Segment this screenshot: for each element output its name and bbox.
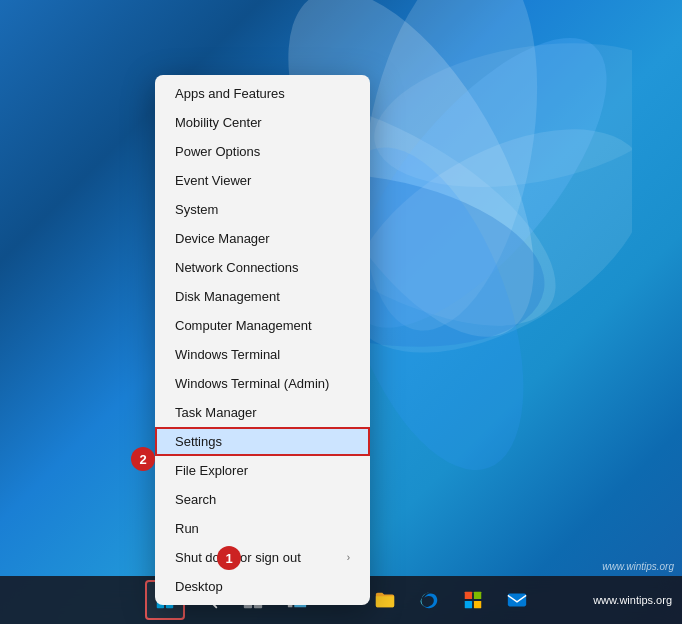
menu-item-power-options[interactable]: Power Options	[155, 137, 370, 166]
svg-point-7	[363, 22, 632, 209]
menu-item-label-computer-management: Computer Management	[175, 318, 312, 333]
watermark-text: www.wintips.org	[593, 594, 672, 606]
context-menu: Apps and FeaturesMobility CenterPower Op…	[155, 75, 370, 605]
badge-1: 1	[217, 546, 241, 570]
menu-item-shut-down[interactable]: Shut down or sign out›	[155, 543, 370, 572]
menu-item-label-disk-management: Disk Management	[175, 289, 280, 304]
menu-item-computer-management[interactable]: Computer Management	[155, 311, 370, 340]
menu-item-label-search: Search	[175, 492, 216, 507]
watermark: www.wintips.org	[602, 561, 674, 572]
edge-button[interactable]	[409, 580, 449, 620]
svg-rect-25	[465, 592, 472, 599]
menu-item-label-device-manager: Device Manager	[175, 231, 270, 246]
menu-item-label-windows-terminal: Windows Terminal	[175, 347, 280, 362]
menu-item-label-apps-features: Apps and Features	[175, 86, 285, 101]
svg-rect-28	[474, 601, 481, 608]
file-explorer-button[interactable]	[365, 580, 405, 620]
menu-item-run[interactable]: Run	[155, 514, 370, 543]
store-button[interactable]	[453, 580, 493, 620]
menu-item-windows-terminal[interactable]: Windows Terminal	[155, 340, 370, 369]
menu-item-device-manager[interactable]: Device Manager	[155, 224, 370, 253]
menu-item-mobility-center[interactable]: Mobility Center	[155, 108, 370, 137]
menu-item-search[interactable]: Search	[155, 485, 370, 514]
svg-rect-27	[465, 601, 472, 608]
svg-point-1	[336, 0, 564, 344]
taskbar-right: www.wintips.org	[593, 594, 672, 606]
menu-item-event-viewer[interactable]: Event Viewer	[155, 166, 370, 195]
mail-button[interactable]	[497, 580, 537, 620]
desktop: Apps and FeaturesMobility CenterPower Op…	[0, 0, 682, 624]
menu-item-apps-features[interactable]: Apps and Features	[155, 79, 370, 108]
svg-rect-26	[474, 592, 481, 599]
menu-item-label-run: Run	[175, 521, 199, 536]
badge-2: 2	[131, 447, 155, 471]
svg-rect-29	[508, 594, 526, 607]
menu-item-network-connections[interactable]: Network Connections	[155, 253, 370, 282]
menu-item-label-settings: Settings	[175, 434, 222, 449]
menu-item-label-network-connections: Network Connections	[175, 260, 299, 275]
menu-item-label-mobility-center: Mobility Center	[175, 115, 262, 130]
submenu-arrow-icon: ›	[347, 552, 350, 563]
menu-item-label-system: System	[175, 202, 218, 217]
menu-item-system[interactable]: System	[155, 195, 370, 224]
menu-item-file-explorer[interactable]: File Explorer	[155, 456, 370, 485]
menu-item-label-desktop: Desktop	[175, 579, 223, 594]
menu-item-label-file-explorer: File Explorer	[175, 463, 248, 478]
menu-item-settings[interactable]: Settings	[155, 427, 370, 456]
menu-item-disk-management[interactable]: Disk Management	[155, 282, 370, 311]
menu-item-windows-terminal-admin[interactable]: Windows Terminal (Admin)	[155, 369, 370, 398]
menu-item-desktop[interactable]: Desktop	[155, 572, 370, 601]
menu-item-label-windows-terminal-admin: Windows Terminal (Admin)	[175, 376, 329, 391]
menu-item-task-manager[interactable]: Task Manager	[155, 398, 370, 427]
menu-item-label-event-viewer: Event Viewer	[175, 173, 251, 188]
menu-item-label-power-options: Power Options	[175, 144, 260, 159]
menu-item-label-task-manager: Task Manager	[175, 405, 257, 420]
